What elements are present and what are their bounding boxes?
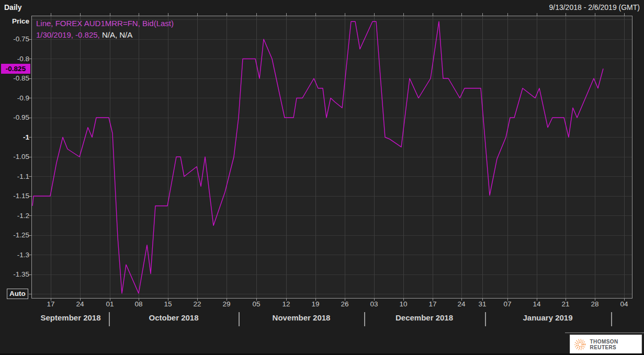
x-tick-label: 04	[616, 300, 632, 308]
x-tick-label: 24	[454, 300, 469, 308]
thomson-reuters-wordmark: THOMSON REUTERS	[590, 339, 641, 350]
month-separator	[611, 312, 612, 326]
x-tick-label: 29	[219, 300, 234, 308]
y-tick-label: -0.95	[0, 113, 29, 121]
legend-series-label[interactable]: Line, FOREX AUD1MRR=FN, Bid(Last)	[36, 19, 174, 28]
y-tick-label: -1.2	[0, 212, 29, 220]
month-label: November 2018	[254, 313, 348, 322]
y-tick-label: -1.3	[0, 251, 29, 259]
x-tick-label: 01	[102, 300, 118, 308]
x-tick-label: 08	[131, 300, 146, 308]
x-tick-label: 14	[529, 300, 545, 308]
y-tick-label: -1.25	[0, 231, 29, 239]
legend-last-values: 1/30/2019, -0.825, N/A, N/A	[36, 30, 132, 39]
month-separator	[364, 312, 365, 326]
x-tick-label: 17	[43, 300, 59, 308]
month-separator	[109, 312, 110, 326]
y-tick-label: -0.75	[0, 35, 29, 43]
thomson-reuters-logo: THOMSON REUTERS	[570, 335, 642, 354]
month-separator	[485, 312, 486, 326]
y-tick-label: -0.9	[0, 94, 29, 102]
legend-na-values: N/A, N/A	[100, 30, 133, 39]
legend-date-value: 1/30/2019, -0.825,	[36, 30, 100, 39]
y-tick-label: -1.35	[0, 270, 29, 278]
month-label: October 2018	[127, 313, 221, 322]
x-tick-label: 15	[160, 300, 176, 308]
x-tick-label: 12	[278, 300, 294, 308]
x-tick-label: 21	[558, 300, 573, 308]
last-value-badge: -0.825	[1, 64, 30, 74]
logo-panel-divider	[565, 333, 644, 333]
auto-scale-button[interactable]: Auto	[7, 289, 28, 299]
x-tick-label: 19	[308, 300, 323, 308]
x-tick-label: 10	[396, 300, 411, 308]
x-tick-label: 22	[189, 300, 205, 308]
x-tick-label: 07	[500, 300, 515, 308]
x-tick-label: 03	[366, 300, 382, 308]
x-tick-label: 05	[248, 300, 264, 308]
y-tick-label: -0.85	[0, 74, 29, 82]
eikon-chart-window: Daily 9/13/2018 - 2/6/2019 (GMT) Price -…	[0, 0, 644, 355]
x-tick-label: 31	[474, 300, 490, 308]
thomson-reuters-kinetic-icon	[573, 337, 587, 352]
month-separator	[239, 312, 240, 326]
month-label: September 2018	[24, 313, 118, 322]
x-tick-label: 26	[337, 300, 353, 308]
y-tick-label: -1	[0, 133, 29, 141]
y-tick-label: -1.05	[0, 153, 29, 161]
y-tick-label: -1.1	[0, 173, 29, 180]
x-tick-label: 17	[425, 300, 440, 308]
y-tick-label: -0.8	[0, 55, 29, 63]
x-tick-label: 24	[72, 300, 88, 308]
month-label: December 2018	[377, 313, 471, 322]
month-label: January 2019	[501, 313, 595, 322]
x-tick-label: 28	[587, 300, 603, 308]
y-tick-label: -1.15	[0, 192, 29, 200]
